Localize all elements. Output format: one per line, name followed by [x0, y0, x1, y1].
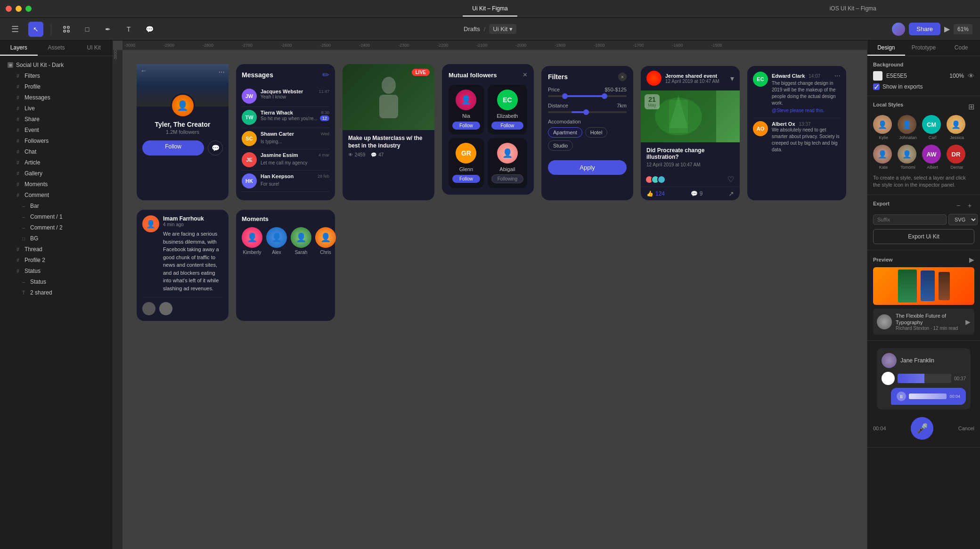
uikit-tab[interactable]: UI Kit [75, 41, 113, 56]
sidebar-item-comment[interactable]: # Comment [4, 190, 109, 200]
frame-tool[interactable] [59, 22, 74, 37]
mic-button[interactable]: 🎤 [911, 417, 933, 440]
option-apartment[interactable]: Apartment [548, 127, 582, 138]
play-btn[interactable]: ▶ [944, 25, 950, 33]
avatar-kylie: 👤 [873, 115, 892, 134]
sidebar-item-profile2[interactable]: # Profile 2 [4, 255, 109, 265]
sidebar-item-live[interactable]: # Live [4, 103, 109, 114]
option-hotel[interactable]: Hotel [585, 127, 608, 138]
user-avatar[interactable] [892, 23, 905, 36]
sidebar-item-messages[interactable]: # Messages [4, 92, 109, 103]
pause-btn[interactable]: ⏸ [897, 392, 906, 401]
layers-tab[interactable]: Layers [0, 41, 38, 56]
text-tool[interactable]: T [121, 22, 136, 37]
ec-avatar: EC [753, 72, 768, 87]
shape-tool[interactable]: □ [80, 22, 95, 37]
drafts-link[interactable]: Drafts [464, 25, 480, 33]
ec-messages-card: EC Edward Clark 14:07 ··· The biggest ch… [747, 66, 846, 200]
sidebar-item-status2[interactable]: – Status [4, 277, 109, 287]
follow-glenn-btn[interactable]: Follow [452, 175, 480, 183]
feed-heart-btn[interactable]: ♡ [727, 175, 734, 184]
message-item-jw[interactable]: JW Jacques Webster 11:47 Yeah I know [242, 86, 329, 107]
chat-button[interactable]: 💬 [208, 140, 223, 156]
preview-toggle[interactable]: Preview ▶ [873, 256, 974, 263]
moment-sarah[interactable]: 👤 Sarah [291, 227, 311, 255]
tab-uikit[interactable]: Ui Kit – Figma [463, 1, 517, 16]
preview-article-expand[interactable]: ▶ [965, 318, 971, 326]
message-item-je[interactable]: JE Jasmine Essim 4 mar Let me call my ag… [242, 149, 329, 171]
sidebar-item-profile[interactable]: # Profile [4, 82, 109, 92]
project-name[interactable]: Drafts / Ui Kit Ui Kit ▾ [489, 24, 516, 34]
distance-slider[interactable] [548, 111, 627, 113]
feed-action-time: 12 April 2019 at 10:47 AM [665, 79, 719, 84]
sidebar-item-comment2[interactable]: – Comment / 2 [4, 222, 109, 233]
following-abigail-btn[interactable]: Following [491, 174, 523, 183]
message-item-sc[interactable]: SC Shawn Carter Wed Is typing... [242, 128, 329, 149]
show-exports-checkbox[interactable]: ✓ [873, 83, 880, 90]
sidebar-item-moments[interactable]: # Moments [4, 179, 109, 189]
export-plus-btn[interactable]: + [965, 201, 974, 210]
bg-opacity-value: 100% [949, 73, 964, 79]
assets-tab[interactable]: Assets [38, 41, 75, 56]
sidebar-item-bar[interactable]: – Bar [4, 201, 109, 211]
sidebar-item-comment1[interactable]: – Comment / 1 [4, 212, 109, 222]
cancel-record-btn[interactable]: Cancel [958, 426, 974, 431]
message-item-tw[interactable]: TW Tierra Whack 8:30 So hit me up when y… [242, 107, 329, 128]
sidebar-item-share[interactable]: # Share [4, 114, 109, 124]
sidebar-item-filters[interactable]: # Filters [4, 71, 109, 81]
right-panel: Design Prototype Code Background E5E5E5 … [867, 41, 980, 549]
design-tab[interactable]: Design [867, 41, 905, 56]
sidebar-item-bg[interactable]: □ BG [4, 233, 109, 244]
toolbar-right: Share ▶ 61% [892, 23, 972, 36]
tab-ios-uikit[interactable]: iOS UI Kit – Figma [820, 1, 886, 16]
suffix-input[interactable] [873, 214, 947, 225]
sidebar-item-gallery[interactable]: # Gallery [4, 168, 109, 179]
moment-chris[interactable]: 👤 Chris [315, 227, 336, 255]
ec-more-btn[interactable]: ··· [834, 72, 841, 80]
format-select[interactable]: SVG PNG JPG [948, 214, 978, 225]
local-styles-add-btn[interactable]: ⊞ [968, 102, 974, 111]
comment-btn[interactable]: 💬9 [691, 190, 703, 197]
close-filters-btn[interactable]: × [618, 73, 627, 81]
menu-button[interactable]: ☰ [8, 22, 23, 37]
feed-expand-btn[interactable]: ▾ [730, 74, 734, 83]
price-slider[interactable] [548, 95, 627, 97]
follow-nia-btn[interactable]: Follow [452, 122, 480, 130]
moment-kimberly[interactable]: 👤 Kimberly [242, 227, 262, 255]
message-item-hk[interactable]: HK Han Keepson 28 feb For sure! [242, 171, 329, 192]
new-message-btn[interactable]: ✏ [322, 70, 329, 80]
option-studio[interactable]: Studio [548, 140, 573, 151]
zoom-button[interactable]: 61% [954, 24, 972, 34]
comment-tool[interactable]: 💬 [142, 22, 157, 37]
audio-play-btn[interactable]: ▶ [882, 372, 895, 385]
sidebar-item-chat[interactable]: # Chat [4, 147, 109, 157]
sidebar-item-thread[interactable]: # Thread [4, 244, 109, 254]
sidebar-item-status[interactable]: # Status [4, 266, 109, 276]
canvas[interactable]: -3000 -2900 -2800 -2700 -2600 -2500 -240… [113, 41, 867, 549]
pen-tool[interactable]: ✒ [100, 22, 115, 37]
code-tab[interactable]: Code [942, 41, 980, 56]
prototype-tab[interactable]: Prototype [905, 41, 943, 56]
sidebar-item-event[interactable]: # Event [4, 125, 109, 135]
share-feed-btn[interactable]: ↗ [728, 190, 734, 197]
close-mutual-btn[interactable]: × [523, 71, 527, 79]
export-kit-button[interactable]: Export Ui Kit [873, 229, 974, 244]
back-btn[interactable]: ← [140, 67, 147, 74]
share-button[interactable]: Share [909, 23, 940, 35]
sidebar-item-article[interactable]: # Article [4, 157, 109, 168]
follow-elizabeth-btn[interactable]: Follow [491, 122, 523, 130]
visibility-toggle[interactable]: 👁 [968, 72, 974, 80]
more-options-btn[interactable]: ··· [219, 68, 225, 76]
moment-alex[interactable]: 👤 Alex [266, 227, 287, 255]
sidebar-group-root[interactable]: ⊞ Social UI Kit - Dark [2, 60, 111, 70]
move-tool[interactable]: ↖ [28, 22, 43, 37]
follow-button[interactable]: Follow [142, 140, 204, 156]
bg-color-swatch[interactable] [873, 71, 882, 81]
sidebar-item-shared[interactable]: T 2 shared [4, 287, 109, 298]
export-minus-btn[interactable]: − [954, 201, 963, 210]
sidebar-item-followers[interactable]: # Followers [4, 136, 109, 146]
apply-filters-btn[interactable]: Apply [548, 160, 627, 175]
export-section: Export − + SVG PNG JPG ··· Export Ui Kit [867, 195, 980, 250]
live-views: 👁2459 [348, 152, 365, 157]
like-btn[interactable]: 👍124 [646, 190, 665, 197]
